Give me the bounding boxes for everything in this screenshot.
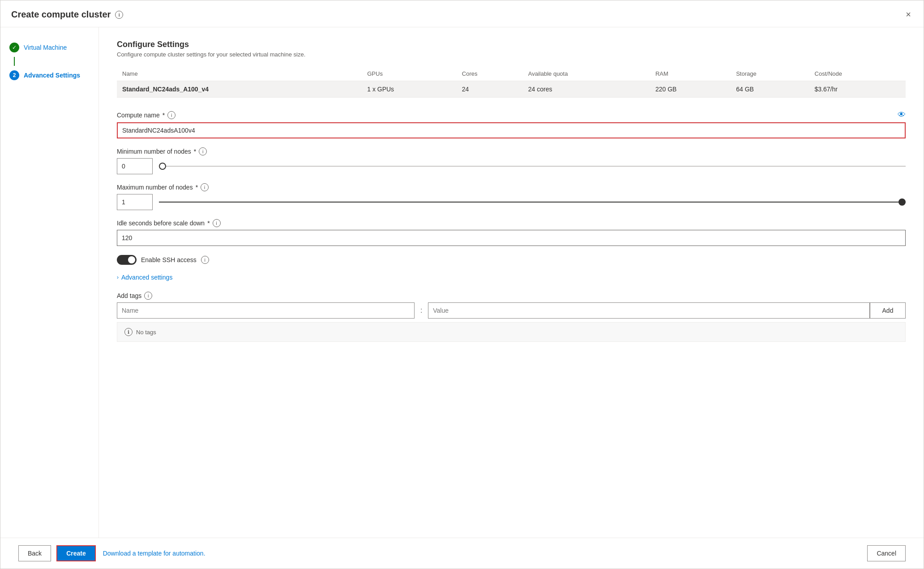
- close-button[interactable]: ×: [904, 8, 913, 22]
- tag-name-input[interactable]: [117, 302, 415, 319]
- template-link[interactable]: Download a template for automation.: [103, 550, 205, 557]
- ssh-toggle-row: Enable SSH access i: [117, 255, 906, 265]
- compute-name-required: *: [163, 112, 165, 119]
- advanced-settings-label: Advanced settings: [121, 274, 172, 281]
- step-icon-vm: ✓: [9, 43, 19, 52]
- section-desc: Configure compute cluster settings for y…: [117, 51, 906, 58]
- max-nodes-info-icon[interactable]: i: [201, 183, 209, 191]
- idle-required: *: [207, 220, 210, 227]
- ssh-label: Enable SSH access: [141, 256, 197, 263]
- add-tags-info-icon[interactable]: i: [144, 292, 152, 300]
- create-button[interactable]: Create: [56, 545, 96, 561]
- max-nodes-slider[interactable]: [159, 202, 906, 203]
- tags-row: : Add: [117, 302, 906, 319]
- cell-name: Standard_NC24ads_A100_v4: [117, 81, 362, 98]
- max-nodes-input[interactable]: [117, 194, 153, 210]
- no-tags-info-icon: ℹ: [124, 328, 133, 336]
- ssh-toggle[interactable]: [117, 255, 137, 265]
- sidebar-connector: [14, 57, 15, 66]
- min-nodes-label: Minimum number of nodes * i: [117, 147, 906, 155]
- compute-name-info-icon[interactable]: i: [167, 111, 175, 119]
- cell-storage: 64 GB: [731, 81, 809, 98]
- no-tags-row: ℹ No tags: [117, 322, 906, 342]
- cell-ram: 220 GB: [650, 81, 731, 98]
- add-tags-group: Add tags i : Add ℹ No tags: [117, 292, 906, 342]
- dialog-header: Create compute cluster i ×: [0, 0, 924, 27]
- col-gpus: GPUs: [362, 67, 457, 81]
- title-info-icon[interactable]: i: [115, 11, 123, 19]
- dialog-footer: Back Create Download a template for auto…: [0, 538, 924, 569]
- cell-cost: $3.67/hr: [809, 81, 906, 98]
- advanced-settings-link[interactable]: › Advanced settings: [117, 272, 906, 283]
- sidebar-label-vm: Virtual Machine: [24, 44, 67, 51]
- sidebar-item-advanced-settings[interactable]: 2 Advanced Settings: [0, 66, 98, 85]
- max-nodes-group: Maximum number of nodes * i: [117, 183, 906, 210]
- step-icon-advanced: 2: [9, 70, 19, 80]
- col-quota: Available quota: [523, 67, 650, 81]
- idle-seconds-label: Idle seconds before scale down * i: [117, 219, 906, 227]
- col-ram: RAM: [650, 67, 731, 81]
- col-cores: Cores: [457, 67, 523, 81]
- no-tags-text: No tags: [136, 329, 156, 336]
- min-nodes-slider[interactable]: [159, 166, 906, 167]
- compute-name-input-wrapper: [117, 122, 906, 138]
- back-button[interactable]: Back: [18, 545, 51, 561]
- col-name: Name: [117, 67, 362, 81]
- dialog-wrapper: Create compute cluster i × ✓ Virtual Mac…: [0, 0, 924, 569]
- idle-info-icon[interactable]: i: [213, 219, 221, 227]
- ssh-info-icon[interactable]: i: [201, 256, 209, 264]
- sidebar: ✓ Virtual Machine 2 Advanced Settings: [0, 27, 99, 538]
- cell-cores: 24: [457, 81, 523, 98]
- cell-gpus: 1 x GPUs: [362, 81, 457, 98]
- chevron-right-icon: ›: [117, 274, 119, 280]
- sidebar-item-virtual-machine[interactable]: ✓ Virtual Machine: [0, 38, 98, 57]
- dialog-body: ✓ Virtual Machine 2 Advanced Settings Co…: [0, 27, 924, 538]
- min-nodes-required: *: [194, 148, 196, 155]
- idle-seconds-input[interactable]: [117, 230, 906, 246]
- cancel-button[interactable]: Cancel: [867, 545, 906, 561]
- min-nodes-slider-wrapper: [159, 162, 906, 171]
- eye-icon[interactable]: 👁: [898, 110, 906, 120]
- sidebar-label-advanced: Advanced Settings: [24, 72, 80, 79]
- min-nodes-input[interactable]: [117, 158, 153, 174]
- main-content: Configure Settings Configure compute clu…: [99, 27, 924, 538]
- min-nodes-slider-row: [117, 158, 906, 174]
- max-nodes-slider-row: [117, 194, 906, 210]
- dialog-title: Create compute cluster i: [11, 9, 123, 20]
- max-nodes-slider-wrapper: [159, 198, 906, 207]
- toggle-thumb: [128, 256, 135, 263]
- min-nodes-group: Minimum number of nodes * i: [117, 147, 906, 174]
- vm-table: Name GPUs Cores Available quota RAM Stor…: [117, 67, 906, 98]
- cell-quota: 24 cores: [523, 81, 650, 98]
- max-nodes-required: *: [196, 184, 198, 191]
- col-storage: Storage: [731, 67, 809, 81]
- add-tags-label: Add tags i: [117, 292, 906, 300]
- idle-seconds-group: Idle seconds before scale down * i: [117, 219, 906, 246]
- add-tag-button[interactable]: Add: [870, 302, 906, 319]
- section-title: Configure Settings: [117, 40, 906, 49]
- col-cost: Cost/Node: [809, 67, 906, 81]
- dialog-title-text: Create compute cluster: [11, 9, 111, 20]
- table-row: Standard_NC24ads_A100_v4 1 x GPUs 24 24 …: [117, 81, 906, 98]
- compute-name-group: Compute name * i 👁: [117, 110, 906, 138]
- compute-name-input[interactable]: [117, 122, 906, 138]
- tag-value-input[interactable]: [428, 302, 870, 319]
- max-nodes-label: Maximum number of nodes * i: [117, 183, 906, 191]
- min-nodes-info-icon[interactable]: i: [199, 147, 207, 155]
- compute-name-label: Compute name * i 👁: [117, 110, 906, 120]
- colon-separator: :: [415, 302, 428, 319]
